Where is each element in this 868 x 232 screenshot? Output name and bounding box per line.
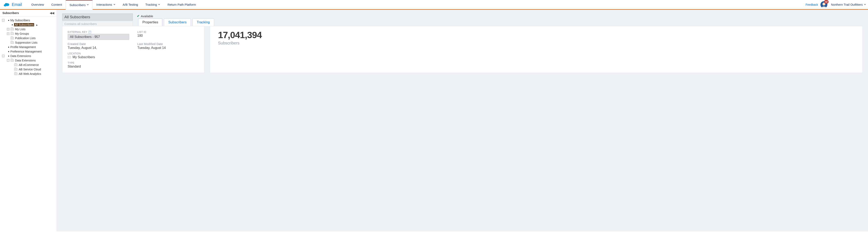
tree-ab-service-cloud[interactable]: AB Service Cloud bbox=[1, 67, 56, 72]
sidebar-title: Subscribers bbox=[2, 11, 19, 14]
tree-profile-management[interactable]: Profile Management bbox=[1, 45, 56, 49]
tab-tracking[interactable]: Tracking bbox=[142, 0, 164, 9]
external-key-field[interactable]: All Subscribers - 957 bbox=[68, 34, 129, 40]
tab-subscribers-detail[interactable]: Subscribers bbox=[164, 18, 191, 26]
svg-point-2 bbox=[5, 3, 7, 5]
tree-preference-management[interactable]: Preference Management bbox=[1, 49, 56, 54]
feedback-link[interactable]: Feedback bbox=[806, 3, 818, 6]
tree-my-groups[interactable]: +My Groups bbox=[1, 31, 56, 36]
tree-data-extensions[interactable]: −Data Extensions bbox=[1, 58, 56, 63]
bullet-icon bbox=[8, 55, 9, 56]
list-id-label: LIST ID bbox=[137, 31, 199, 34]
top-bar: Email Overview Content Subscribers Inter… bbox=[0, 0, 868, 10]
collapse-toggle-icon[interactable]: − bbox=[2, 55, 4, 57]
status-indicator: ✔ Available bbox=[137, 13, 153, 18]
salesforce-logo-icon bbox=[3, 2, 10, 7]
tree-data-extensions-root[interactable]: −Data Extensions bbox=[1, 54, 56, 58]
checkmark-icon: ✔ bbox=[137, 14, 140, 18]
type-label: TYPE bbox=[68, 62, 199, 64]
folder-icon bbox=[68, 56, 71, 59]
subscriber-count-panel: 17,041,394 Subscribers bbox=[210, 26, 863, 73]
tree-my-lists[interactable]: +My Lists bbox=[1, 27, 56, 31]
avatar[interactable]: 42 bbox=[820, 1, 827, 8]
tree-ab-web-analytics[interactable]: AB Web Analytics bbox=[1, 72, 56, 76]
location-value: My Subscribers bbox=[72, 55, 95, 59]
properties-panel: EXTERNAL KEY? All Subscribers - 957 LIST… bbox=[62, 26, 205, 73]
status-text: Available bbox=[141, 14, 153, 18]
created-date-value: Tuesday, August 14, bbox=[68, 46, 129, 50]
content-row: EXTERNAL KEY? All Subscribers - 957 LIST… bbox=[57, 26, 868, 78]
help-icon[interactable]: ? bbox=[88, 31, 91, 34]
top-right: Feedback 42 Northern Trail Outfitters bbox=[806, 1, 866, 8]
tab-content[interactable]: Content bbox=[48, 0, 66, 9]
folder-icon bbox=[10, 37, 14, 39]
collapse-toggle-icon[interactable]: − bbox=[7, 59, 9, 62]
folder-icon bbox=[10, 41, 14, 44]
cursor-icon: ➤ bbox=[36, 24, 38, 27]
subscriber-count: 17,041,394 bbox=[218, 30, 855, 40]
bullet-icon bbox=[8, 20, 9, 21]
expand-toggle-icon[interactable]: + bbox=[7, 33, 9, 35]
notification-badge: 42 bbox=[824, 0, 829, 4]
folder-icon bbox=[14, 73, 18, 75]
folder-icon bbox=[10, 33, 14, 35]
external-key-label: EXTERNAL KEY? bbox=[68, 31, 129, 34]
modified-date-label: Last Modified Date bbox=[137, 42, 199, 46]
tree-all-subscribers[interactable]: All Subscribers➤ bbox=[1, 23, 56, 27]
bullet-icon bbox=[12, 24, 13, 25]
detail-tabs-row: Properties Subscribers Tracking bbox=[57, 18, 868, 26]
bullet-icon bbox=[8, 51, 9, 52]
tab-overview[interactable]: Overview bbox=[28, 0, 48, 9]
location-label: LOCATION bbox=[68, 52, 199, 55]
tree-publication-lists[interactable]: Publication Lists bbox=[1, 36, 56, 40]
expand-toggle-icon[interactable]: + bbox=[7, 28, 9, 30]
caret-down-icon bbox=[87, 4, 89, 5]
caret-down-icon bbox=[864, 4, 866, 5]
modified-date-value: Tuesday, August 14 bbox=[137, 46, 199, 50]
sidebar: Subscribers ◀◀ −My Subscribers All Subsc… bbox=[0, 10, 57, 231]
type-value: Standard bbox=[68, 65, 199, 68]
nav-tabs: Overview Content Subscribers Interaction… bbox=[28, 0, 806, 9]
tab-subscribers[interactable]: Subscribers bbox=[66, 0, 93, 10]
caret-down-icon bbox=[158, 4, 160, 5]
created-date-label: Created Date bbox=[68, 42, 129, 46]
bullet-icon bbox=[8, 47, 9, 48]
tab-interactions[interactable]: Interactions bbox=[93, 0, 119, 9]
tree-my-subscribers[interactable]: −My Subscribers bbox=[1, 18, 56, 23]
main-content: All Subscribers Contains all subscribers… bbox=[57, 10, 868, 231]
account-switcher[interactable]: Northern Trail Outfitters bbox=[831, 3, 866, 6]
tree-ab-ecommerce[interactable]: AB eCommerce bbox=[1, 63, 56, 67]
app-name: Email bbox=[12, 2, 22, 7]
body-area: Subscribers ◀◀ −My Subscribers All Subsc… bbox=[0, 10, 868, 231]
collapse-toggle-icon[interactable]: − bbox=[2, 19, 4, 22]
folder-icon bbox=[10, 28, 14, 30]
folder-icon bbox=[10, 59, 14, 62]
tree-suppression-lists[interactable]: Suppression Lists bbox=[1, 40, 56, 45]
caret-down-icon bbox=[113, 4, 116, 5]
sidebar-header: Subscribers ◀◀ bbox=[0, 10, 57, 16]
nav-tree: −My Subscribers All Subscribers➤ +My Lis… bbox=[0, 16, 57, 78]
collapse-icon[interactable]: ◀◀ bbox=[50, 11, 54, 14]
tab-return-path[interactable]: Return Path Platform bbox=[164, 0, 199, 9]
folder-icon bbox=[14, 64, 18, 66]
list-id-value: 180 bbox=[137, 34, 199, 38]
folder-icon bbox=[14, 68, 18, 71]
tab-tracking-detail[interactable]: Tracking bbox=[192, 18, 214, 26]
tab-ab-testing[interactable]: A/B Testing bbox=[119, 0, 142, 9]
tab-properties[interactable]: Properties bbox=[138, 18, 162, 26]
subscriber-count-label: Subscribers bbox=[218, 41, 855, 45]
